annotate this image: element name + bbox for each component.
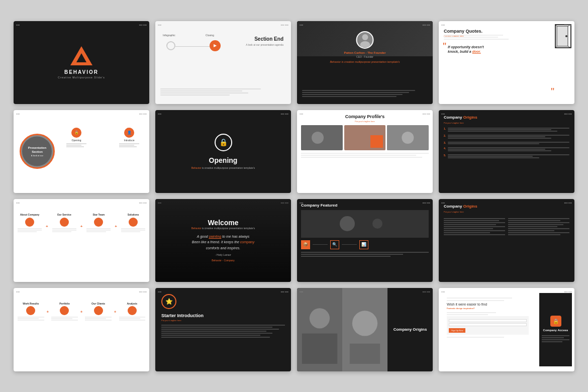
profile-img-2 xyxy=(344,125,386,150)
access-main-content: Wish it were easier to find Fantastic de… xyxy=(443,292,533,343)
slide-badge-right-5: ●●● ●●● xyxy=(139,113,147,115)
slide-8: ●●● ●●● ●●● Company Origins Put your's t… xyxy=(439,110,574,193)
profile-subtitle: Put your's tagline here xyxy=(301,120,429,123)
behavior-highlight: Behavior xyxy=(191,166,202,169)
about-col-3: Star Team xyxy=(86,213,111,233)
slide-badge-left-5: ●●● xyxy=(16,113,20,115)
signup-button[interactable]: Sign Up Now xyxy=(449,328,465,333)
slide-badge-right-13: ●●● ●●● xyxy=(139,290,147,293)
slide-10: ●●● ●●● ●●● Welcome Behavior is creative… xyxy=(155,199,291,282)
welcome-subtitle: Behavior is creative multipurpose presen… xyxy=(191,227,255,230)
opening-circle-icon: 🔒 xyxy=(71,128,81,138)
featured-image xyxy=(301,210,429,238)
slide-2: ●●● ●●● ●●● Infographic Closing ▶ Sectio… xyxy=(155,21,291,104)
plus-sign-3: + xyxy=(115,217,117,229)
work-col-2: Portfolio xyxy=(51,302,78,321)
about-col2-icon xyxy=(60,218,69,227)
origins2-col1 xyxy=(444,217,505,236)
slide-badge-right-10: ●●● ●●● xyxy=(280,202,288,204)
svg-rect-24 xyxy=(350,343,380,363)
origins2-subtitle: Put your's tagline here xyxy=(444,211,569,213)
plus-sign-1: + xyxy=(46,217,48,229)
about-col-2: Our Service xyxy=(52,213,76,233)
about-col3-lines xyxy=(86,228,111,232)
profile-images xyxy=(301,125,429,150)
work-cols: Work Results + Portfolio + xyxy=(18,302,145,321)
quote-text: If opportunity doesn'tknock, build a doo… xyxy=(444,45,569,55)
slide-badge-right-9: ●●● ●●● xyxy=(139,202,147,204)
section-end-subtitle: A look at our presentation agenda xyxy=(246,43,283,46)
access-wish-text: Wish it were easier to find xyxy=(447,303,529,306)
connector-line xyxy=(175,46,211,47)
slide-16: ●●● ●●● ●●● Wish it were easier to find … xyxy=(439,288,574,371)
slide-12: ●●● ●●● ●●● Company Origins Put your's t… xyxy=(439,199,574,282)
starter-icon: ⭐ xyxy=(161,294,176,309)
svg-point-1 xyxy=(360,41,370,47)
slide-7: ●●● ●●● ●●● Company Profile's Put your's… xyxy=(297,110,433,193)
welcome-title: Welcome xyxy=(208,219,238,227)
slide-6: ●●● ●●● ●●● 🔒 Opening Behavior is creati… xyxy=(155,110,291,193)
orange-box-icon xyxy=(370,135,383,148)
quotes-desc-lines xyxy=(444,34,552,41)
origins2-col2-lines xyxy=(508,218,569,235)
slide-badge-right-14: ●●● ●●● xyxy=(280,290,288,293)
profile-img-3 xyxy=(387,125,429,150)
slide-badge-left-13: ●●● xyxy=(16,290,20,293)
quote-close-mark: " xyxy=(551,86,554,96)
access-form: Sign Up Now xyxy=(447,316,529,335)
company-origins-label: Company Origins xyxy=(394,327,427,333)
work-col4-title: Analysis xyxy=(119,302,146,305)
slide-badge-left-9: ●●● xyxy=(16,202,20,204)
slide-badge-left-10: ●●● xyxy=(158,202,161,204)
origins2-title: Company Origins xyxy=(444,204,569,209)
slide-3: ●●● ●●● ●●● Patton Carlton - The Founder… xyxy=(297,21,433,104)
slide-badge-right-4: ●●● ●●● xyxy=(564,24,572,26)
introduce-icon-group: 👤 Introduce xyxy=(119,128,139,148)
slide-badge-right-12: ●●● ●●● xyxy=(564,202,572,204)
work-col-3: Our Clients xyxy=(85,302,112,321)
origins2-col1-lines xyxy=(444,218,505,235)
work-col3-lines xyxy=(85,317,112,321)
brand-subtitle: Creative Multipurpose Slide's xyxy=(58,76,105,79)
slide-badge-left-11: ●●● xyxy=(300,202,303,204)
feat-icon-2: 🔍 xyxy=(330,240,339,249)
lock-circle-icon: 🔒 xyxy=(215,134,232,151)
access-box-title: Company Access xyxy=(543,329,568,332)
welcome-quote: A good painting to me has always Been li… xyxy=(192,234,255,251)
work-col-1: Work Results xyxy=(18,302,44,321)
form-field-2 xyxy=(449,323,527,326)
slide-9: ●●● ●●● ●●● About Company + Our Service xyxy=(14,199,149,282)
text-block xyxy=(160,87,286,96)
slide-grid: ●●● ●●● ●●● BEHAVIOR Creative Multipurpo… xyxy=(4,11,584,381)
slide-badge-right-8: ●●● ●●● xyxy=(564,113,572,115)
origins2-two-col xyxy=(444,217,569,236)
section-end-title: Section End xyxy=(254,36,283,42)
work-col3-title: Our Clients xyxy=(85,302,112,305)
work-plus-1: + xyxy=(47,302,49,321)
origins-subtitle: Put your's tagline here xyxy=(444,122,569,124)
origins2-highlight: Origins xyxy=(463,204,477,209)
slide-14: ●●● ●●● ●●● ⭐ Starter Introduction Put y… xyxy=(155,288,291,371)
slide-badge-left-6: ●●● xyxy=(158,113,161,115)
orange-circle-icon: ▶ xyxy=(210,40,221,51)
painting-highlight: painting xyxy=(209,235,222,238)
opening-subtitle: Behavior is creative multipurpose presen… xyxy=(191,166,255,169)
welcome-behavior: Behavior xyxy=(191,227,202,230)
company-text: Company xyxy=(444,115,462,120)
svg-rect-16 xyxy=(301,210,429,238)
founder-name: Patton Carlton - The Founder xyxy=(297,51,433,54)
about-col1-lines xyxy=(18,228,42,232)
work-plus-2: + xyxy=(80,302,83,321)
quote-author: - Hedy Lamarr xyxy=(215,253,231,256)
dot-circle-icon xyxy=(166,41,175,50)
slide-badge-left-12: ●●● xyxy=(441,202,445,204)
origins-img-grid: Company Origins xyxy=(297,288,433,371)
profile-desc-lines xyxy=(301,153,429,158)
origins-list-item-4: 4. xyxy=(444,147,569,152)
about-col3-icon xyxy=(94,218,103,227)
feat-icon-1: 📦 xyxy=(301,240,310,249)
slide-5: ●●● ●●● ●●● Presentation Section A look … xyxy=(14,110,149,193)
about-col1-title: About Company xyxy=(18,213,42,216)
circle-section-text: Presentation Section A look at our xyxy=(23,146,52,157)
svg-point-0 xyxy=(362,34,368,40)
